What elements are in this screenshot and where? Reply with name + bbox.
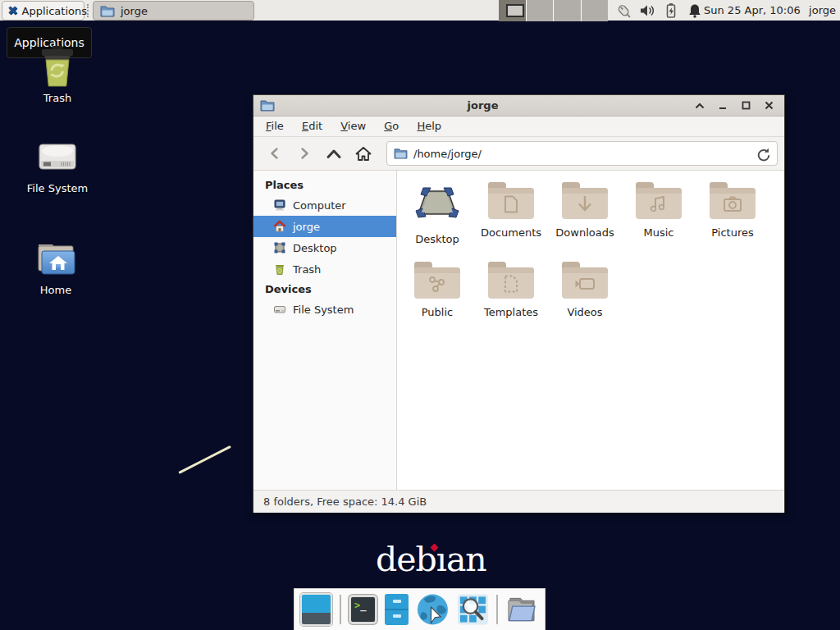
file-cabinet-icon[interactable] xyxy=(385,594,409,625)
taskbar-window-label: jorge xyxy=(121,5,148,17)
share-icon xyxy=(428,275,446,293)
sidebar-item-file-system[interactable]: File System xyxy=(253,299,396,320)
window-title: jorge xyxy=(280,99,686,112)
hard-drive-icon xyxy=(37,138,78,177)
file-item-templates[interactable]: Templates xyxy=(474,260,548,340)
taskbar-window-button[interactable]: jorge xyxy=(93,1,254,21)
file-item-label: Templates xyxy=(484,306,538,318)
dock-separator xyxy=(340,595,341,624)
sidebar-item-computer[interactable]: Computer xyxy=(253,194,396,216)
applications-menu-label: Applications xyxy=(22,5,87,17)
workspace-3[interactable] xyxy=(554,0,582,21)
template-document-icon xyxy=(504,275,518,293)
close-button[interactable] xyxy=(760,97,778,115)
sidebar-header-devices: Devices xyxy=(253,280,396,299)
file-item-downloads[interactable]: Downloads xyxy=(548,180,622,260)
workspace-2[interactable] xyxy=(527,0,555,21)
file-item-label: Desktop xyxy=(415,233,459,245)
debian-logo-text: deb xyxy=(376,540,436,579)
video-camera-icon xyxy=(574,276,596,291)
folder-icon xyxy=(488,188,534,219)
sidebar-header-places: Places xyxy=(253,176,396,194)
volume-icon[interactable] xyxy=(639,2,655,19)
desktop-stroke xyxy=(178,445,231,474)
path-input[interactable]: /home/jorge/ xyxy=(413,148,749,160)
panel-handle xyxy=(87,4,90,17)
terminal-icon[interactable]: >_ xyxy=(349,595,377,624)
workspace-window-preview xyxy=(506,4,524,17)
xfce-logo-icon: ✖ xyxy=(7,5,18,17)
path-bar[interactable]: /home/jorge/ xyxy=(386,141,778,166)
folder-icon xyxy=(260,99,275,112)
menubar: File Edit View Go Help xyxy=(253,116,784,137)
window-body: Places Computer jorge xyxy=(253,171,784,490)
sidebar-item-jorge[interactable]: jorge xyxy=(253,216,396,237)
folder-icon xyxy=(100,5,115,17)
workspace-4[interactable] xyxy=(582,0,609,21)
menu-file[interactable]: File xyxy=(258,116,291,136)
file-item-music[interactable]: Music xyxy=(622,180,696,260)
desktop-icon-label: Trash xyxy=(43,92,71,104)
sidebar-item-label: jorge xyxy=(293,221,320,233)
battery-icon[interactable] xyxy=(663,2,679,19)
file-item-videos[interactable]: Videos xyxy=(548,260,622,340)
sidebar-item-trash[interactable]: Trash xyxy=(253,258,396,280)
folder-icon xyxy=(562,267,608,299)
home-button[interactable] xyxy=(349,140,378,167)
system-tray xyxy=(615,0,703,21)
file-manager-window: jorge File Edit View Go Help xyxy=(253,94,785,513)
menu-view[interactable]: View xyxy=(333,116,373,136)
menu-help[interactable]: Help xyxy=(409,116,449,136)
desktop-root: { "colors": { "desktop_bg": "#070b26", "… xyxy=(0,0,840,630)
statusbar: 8 folders, Free space: 14.4 GiB xyxy=(253,490,784,513)
home-icon xyxy=(273,220,286,233)
dock-separator xyxy=(496,595,498,624)
debian-logo-text: an xyxy=(446,540,486,579)
desktop-icon-trash[interactable]: Trash xyxy=(21,46,94,104)
home-folder-icon xyxy=(34,238,77,279)
desktop-icon-label: Home xyxy=(40,284,71,296)
folder-icon xyxy=(394,148,408,159)
sidebar-item-label: File System xyxy=(293,304,354,316)
show-desktop-icon[interactable] xyxy=(300,593,332,626)
sidebar-item-label: Computer xyxy=(293,199,346,212)
file-item-desktop[interactable]: Desktop xyxy=(400,180,474,260)
file-item-label: Music xyxy=(644,226,674,239)
download-arrow-icon xyxy=(577,195,593,213)
bell-icon[interactable] xyxy=(687,2,703,19)
file-item-public[interactable]: Public xyxy=(400,260,474,340)
file-item-label: Public xyxy=(422,306,453,318)
maximize-button[interactable] xyxy=(737,97,755,115)
sidebar-item-label: Desktop xyxy=(293,242,337,254)
desktop-icon-home[interactable]: Home xyxy=(19,238,93,296)
minimize-button[interactable] xyxy=(714,97,732,115)
mouse-icon[interactable] xyxy=(615,2,632,19)
app-finder-icon[interactable] xyxy=(457,593,489,626)
file-item-pictures[interactable]: Pictures xyxy=(696,180,769,260)
reload-icon[interactable] xyxy=(755,146,770,162)
file-item-documents[interactable]: Documents xyxy=(474,180,548,260)
file-item-label: Documents xyxy=(481,226,541,239)
back-button[interactable] xyxy=(260,140,290,167)
camera-icon xyxy=(723,196,742,212)
applications-menu-button[interactable]: ✖ Applications xyxy=(2,1,84,21)
desktop-icon-file-system[interactable]: File System xyxy=(21,138,94,194)
debian-logo: debıan xyxy=(376,541,486,581)
web-browser-icon[interactable] xyxy=(416,592,450,627)
hard-drive-icon xyxy=(273,303,286,316)
top-panel: ✖ Applications jorge xyxy=(0,0,840,21)
up-button[interactable] xyxy=(319,140,349,167)
file-manager-icon[interactable] xyxy=(505,593,539,626)
computer-icon xyxy=(273,199,286,212)
forward-button[interactable] xyxy=(290,140,319,167)
window-titlebar[interactable]: jorge xyxy=(253,95,784,116)
panel-clock: Sun 25 Apr, 10:06 xyxy=(704,0,801,21)
menu-go[interactable]: Go xyxy=(377,116,406,136)
workspace-1[interactable] xyxy=(499,0,527,21)
sidebar-item-desktop[interactable]: Desktop xyxy=(253,237,396,258)
folder-icon xyxy=(488,267,534,299)
folder-icon xyxy=(636,188,682,219)
file-icon-view: Desktop Documents Downloads xyxy=(397,171,784,490)
menu-edit[interactable]: Edit xyxy=(294,116,330,136)
shade-button[interactable] xyxy=(691,97,709,115)
